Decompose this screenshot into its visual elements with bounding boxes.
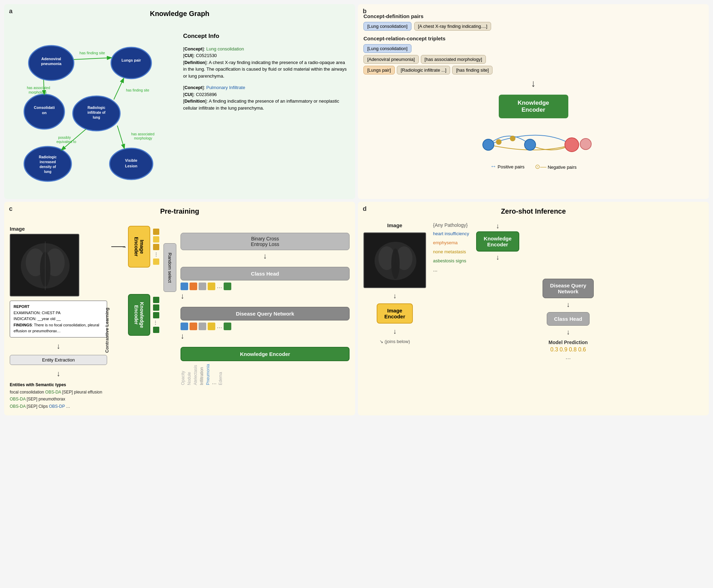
panel-c-label: c	[9, 205, 13, 213]
d-ke-box: KnowledgeEncoder	[476, 231, 519, 252]
xray-image-c	[10, 234, 79, 296]
pred-val3: 0.8	[569, 347, 577, 352]
negative-pairs-legend: ⊙— Negative pairs	[535, 163, 577, 170]
pathology-title: {Any Pathology}	[433, 222, 469, 228]
image-encoder-box: ImageEncoder	[128, 226, 150, 268]
triplet1: [Lung consolidation]	[363, 44, 703, 53]
image-encoder-group: → ImageEncoder ⋮	[111, 226, 159, 268]
model-pred-label: Model Prediction	[548, 340, 588, 345]
path-asbestosis: asbestosis signs	[433, 256, 469, 265]
svg-text:Adenoviral: Adenoviral	[41, 57, 61, 61]
image-encoder-output: ⋮	[153, 229, 159, 265]
panel-d-title: Zero-shot Inference	[363, 207, 703, 215]
model-pred-values: 0.3 0.9 0.8 0.6	[550, 347, 586, 353]
entities-title: Entities with Semantic types	[10, 382, 107, 387]
d-dqn-box: Disease QueryNetwork	[543, 279, 593, 298]
svg-text:on: on	[42, 111, 47, 115]
svg-text:Radiologic: Radiologic	[39, 155, 57, 159]
svg-point-35	[565, 138, 579, 152]
binary-loss-box: Binary CrossEntropy Loss	[181, 233, 350, 250]
pill-chest-xray: [A chest X-ray finding indicating....]	[414, 22, 491, 31]
section2-title: Concept-relation-concept triplets	[363, 35, 703, 41]
dqn-section: Disease Query Network … ↓	[181, 307, 350, 342]
pred-val1: 0.3	[550, 347, 558, 352]
pred-dots: …	[566, 354, 571, 360]
svg-point-37	[496, 139, 502, 145]
d-right-flow: {Any Pathology} heart insufficiency emph…	[433, 222, 703, 360]
svg-text:has finding site: has finding site	[126, 88, 149, 92]
class-head-squares: …	[181, 283, 350, 290]
path-emphysema: emphysema	[433, 238, 469, 247]
entities-section: Entities with Semantic types focal conso…	[10, 382, 107, 410]
svg-text:infiltrate of: infiltrate of	[87, 111, 105, 114]
pill-lung-consolidation: [Lung consolidation]	[363, 22, 411, 31]
panel-a-title: Knowledge Graph	[10, 10, 350, 18]
svg-point-49	[391, 248, 400, 279]
svg-text:Lesion: Lesion	[125, 164, 138, 168]
svg-text:morphology: morphology	[29, 90, 47, 94]
panel-c-inner: Image REPORT	[10, 226, 350, 410]
panel-b-label: b	[363, 8, 367, 15]
d-xray	[363, 232, 426, 288]
d-arrow-ke2: ↓	[496, 254, 499, 261]
entity-extraction-box: Entity Extraction	[10, 355, 107, 365]
random-select-col: Random select	[163, 243, 176, 410]
path-heart: heart insufficiency	[433, 229, 469, 238]
triplet2-pill1: [Adenoviral pneumonia]	[363, 55, 419, 64]
contrastive-label: Contrastive Learning	[104, 308, 110, 353]
label-infiltration: Infiltration	[199, 367, 204, 385]
ke-right-section: Knowledge Encoder Opacity Nodule Atelect…	[181, 347, 350, 385]
panel-c-title: Pre-training	[10, 207, 350, 215]
d-left-flow: Image ↓ ImageEncoder ↓ ↘ (joins	[363, 222, 426, 360]
arrow-to-entities: ↓	[10, 369, 107, 378]
report-label: REPORT	[14, 304, 103, 310]
svg-point-3	[111, 47, 151, 79]
svg-text:Visible: Visible	[125, 158, 137, 162]
svg-text:has finding site: has finding site	[80, 51, 105, 55]
svg-point-33	[483, 139, 494, 150]
report-findings: FINDINGS: There is no focal consolidatio…	[14, 322, 103, 334]
d-arrow-class: ↓	[567, 328, 570, 335]
triplet2-pill2: [has associated morphology]	[421, 55, 486, 64]
pairs-legend: ↔ Positive pairs ⊙— Negative pairs	[363, 163, 703, 170]
svg-text:Consolidati: Consolidati	[34, 105, 55, 110]
arrow-to-ke-right: ↓	[181, 332, 350, 341]
pred-val4: 0.6	[578, 347, 586, 352]
ke-encoder-output: ⋮	[153, 297, 159, 333]
concept1-text: [Concept]: Lung consolidation [CUI]: C05…	[183, 46, 350, 80]
ke-right-box: Knowledge Encoder	[181, 347, 350, 361]
concept2-text: [Concept]: Pulmonary Infiltrate [CUI]: C…	[183, 84, 350, 111]
panel-a-label: a	[9, 8, 13, 15]
svg-line-20	[74, 58, 111, 59]
pathology-section: {Any Pathology} heart insufficiency emph…	[433, 222, 469, 275]
svg-line-25	[114, 79, 123, 100]
panel-d-label: d	[363, 205, 367, 213]
triplet2: [Adenoviral pneumonia] [has associated m…	[363, 55, 703, 64]
label-pneumonia: Pneumonia	[206, 364, 210, 385]
image-label-c: Image	[10, 226, 25, 232]
triplet3-pill1: [Lungs pair]	[363, 66, 395, 74]
ke-encoder-group: KnowledgeEncoder ⋮	[111, 294, 159, 336]
svg-point-12	[24, 146, 71, 181]
pairs-svg-wrap	[363, 124, 703, 159]
pred-val2: 0.9	[560, 347, 569, 352]
encoders-col: → ImageEncoder ⋮ Contrastive Learning	[111, 226, 159, 410]
left-col: Image REPORT	[10, 226, 107, 410]
d-top-row: {Any Pathology} heart insufficiency emph…	[433, 222, 703, 275]
svg-text:density of: density of	[40, 165, 56, 169]
class-head-section: Class Head … ↓	[181, 267, 350, 302]
report-exam: EXAMINATION: CHEST PA	[14, 310, 103, 316]
svg-text:Lungs pair: Lungs pair	[121, 58, 141, 62]
arrow-down-b: ↓	[363, 78, 703, 89]
panel-a-inner: Adenoviral pneumonia Lungs pair Consolid…	[10, 28, 350, 189]
d-ke-section: ↓ KnowledgeEncoder ↓	[476, 222, 519, 261]
arrow-to-class: ↓	[181, 252, 350, 261]
arrow-to-dqn: ↓	[181, 292, 350, 301]
svg-text:possibly: possibly	[58, 136, 71, 140]
svg-line-30	[117, 126, 124, 148]
d-arrow1: ↓	[393, 292, 396, 299]
class-head-box: Class Head	[181, 267, 350, 280]
svg-text:equivalent to: equivalent to	[56, 140, 76, 144]
concept-info-title: Concept Info	[183, 32, 350, 41]
svg-text:has associated: has associated	[27, 86, 50, 90]
